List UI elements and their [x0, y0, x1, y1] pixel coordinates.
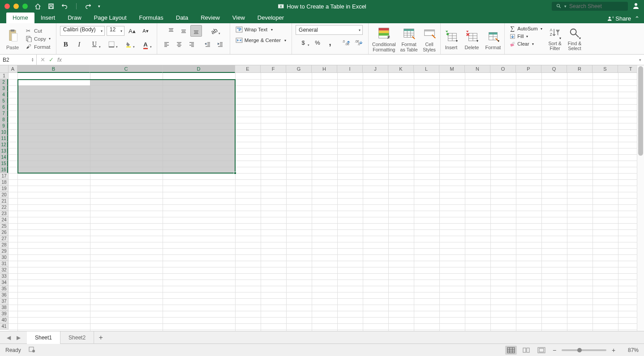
maximize-window-button[interactable]	[22, 4, 28, 9]
decrease-indent-button[interactable]	[202, 38, 214, 50]
column-header-b[interactable]: B	[17, 65, 90, 73]
name-box-dropdown-icon[interactable]: ▴▾	[32, 58, 34, 62]
align-left-button[interactable]	[161, 38, 172, 50]
page-layout-view-button[interactable]	[520, 346, 532, 355]
tab-data[interactable]: Data	[170, 13, 194, 23]
row-header-31[interactable]: 31	[0, 261, 8, 267]
fx-icon[interactable]: fx	[57, 55, 65, 65]
row-header-7[interactable]: 7	[0, 110, 8, 117]
conditional-formatting-button[interactable]: ≠ Conditional Formatting	[372, 25, 396, 52]
borders-button[interactable]: ▾	[104, 38, 119, 50]
sheet-tab-sheet2[interactable]: Sheet2	[60, 331, 94, 344]
row-header-23[interactable]: 23	[0, 211, 8, 217]
sort-filter-button[interactable]: AZ▾ Sort & Filter	[548, 25, 562, 52]
row-header-8[interactable]: 8	[0, 117, 8, 123]
column-header-f[interactable]: F	[261, 65, 286, 73]
tab-home[interactable]: Home	[6, 13, 34, 23]
row-header-36[interactable]: 36	[0, 292, 8, 298]
column-header-s[interactable]: S	[592, 65, 618, 73]
search-sheet-box[interactable]: ▾	[552, 2, 628, 11]
column-header-c[interactable]: C	[90, 65, 163, 73]
tab-developer[interactable]: Developer	[251, 13, 290, 23]
row-header-17[interactable]: 17	[0, 173, 8, 179]
row-header-15[interactable]: 15	[0, 161, 8, 167]
row-header-34[interactable]: 34	[0, 280, 8, 286]
tab-insert[interactable]: Insert	[34, 13, 62, 23]
decrease-font-button[interactable]: A▾	[140, 25, 151, 37]
row-header-22[interactable]: 22	[0, 204, 8, 211]
tab-view[interactable]: View	[226, 13, 251, 23]
delete-cells-button[interactable]: ▾ Delete	[465, 28, 479, 50]
zoom-slider[interactable]	[562, 349, 606, 351]
autosum-button[interactable]: ∑AutoSum▾	[508, 25, 543, 32]
cell-styles-button[interactable]: Cell Styles	[422, 25, 437, 52]
row-header-26[interactable]: 26	[0, 229, 8, 236]
home-icon[interactable]	[34, 3, 41, 10]
row-header-33[interactable]: 33	[0, 273, 8, 280]
decrease-decimal-button[interactable]: .00.0	[353, 37, 365, 48]
select-all-corner[interactable]	[0, 65, 9, 73]
increase-font-button[interactable]: A▴	[126, 25, 138, 37]
zoom-percentage[interactable]: 87%	[621, 347, 639, 353]
undo-icon[interactable]	[61, 3, 68, 10]
row-header-14[interactable]: 14	[0, 154, 8, 161]
increase-decimal-button[interactable]: .0.00	[340, 37, 352, 48]
row-header-11[interactable]: 11	[0, 136, 8, 142]
row-header-12[interactable]: 12	[0, 142, 8, 148]
orientation-button[interactable]: ab▾	[206, 25, 222, 37]
zoom-slider-thumb[interactable]	[577, 348, 582, 352]
save-icon[interactable]	[47, 3, 55, 10]
row-header-29[interactable]: 29	[0, 248, 8, 254]
expand-formula-bar-icon[interactable]: ▾	[636, 55, 644, 65]
merge-center-button[interactable]: Merge & Center ▾	[234, 36, 288, 45]
italic-button[interactable]: I	[73, 38, 85, 50]
wrap-text-button[interactable]: Wrap Text ▾	[234, 25, 275, 34]
close-window-button[interactable]	[4, 4, 10, 9]
search-input[interactable]	[569, 3, 623, 9]
qat-customize-icon[interactable]: ▾	[98, 4, 100, 8]
macro-record-icon[interactable]	[28, 346, 35, 354]
row-header-13[interactable]: 13	[0, 148, 8, 154]
next-sheet-button[interactable]: ▶	[14, 334, 22, 342]
row-header-2[interactable]: 2	[0, 79, 8, 85]
row-header-19[interactable]: 19	[0, 186, 8, 192]
accept-formula-button[interactable]: ✓	[49, 56, 54, 63]
cells-area[interactable]	[9, 73, 644, 331]
row-header-5[interactable]: 5	[0, 98, 8, 104]
page-break-view-button[interactable]	[536, 346, 547, 355]
bold-button[interactable]: B	[60, 38, 72, 50]
font-size-select[interactable]: 12▾	[107, 26, 125, 36]
underline-button[interactable]: U▾	[87, 38, 102, 50]
row-header-3[interactable]: 3	[0, 85, 8, 92]
column-header-d[interactable]: D	[163, 65, 235, 73]
fill-handle[interactable]	[234, 172, 236, 174]
vertical-scrollbar[interactable]	[637, 65, 644, 331]
row-header-1[interactable]: 1	[0, 73, 8, 79]
percent-button[interactable]: %	[312, 37, 323, 48]
collapse-ribbon-icon[interactable]: ⌃	[635, 15, 640, 22]
share-button[interactable]: + Share	[607, 15, 631, 22]
active-cell[interactable]	[17, 79, 90, 85]
column-header-r[interactable]: R	[567, 65, 592, 73]
row-header-9[interactable]: 9	[0, 123, 8, 129]
clear-button[interactable]: Clear▾	[508, 40, 543, 47]
add-sheet-button[interactable]: +	[94, 334, 107, 342]
prev-sheet-button[interactable]: ◀	[4, 334, 13, 342]
format-painter-button[interactable]: 🖌Format	[24, 43, 52, 51]
sheet-tab-sheet1[interactable]: Sheet1	[27, 331, 60, 344]
row-header-4[interactable]: 4	[0, 92, 8, 98]
zoom-in-button[interactable]: +	[610, 347, 617, 354]
currency-button[interactable]: $▾	[296, 37, 311, 48]
minimize-window-button[interactable]	[13, 4, 19, 9]
column-header-o[interactable]: O	[490, 65, 516, 73]
column-header-i[interactable]: I	[337, 65, 363, 73]
copy-button[interactable]: Copy▾	[24, 35, 52, 42]
column-header-n[interactable]: N	[465, 65, 490, 73]
column-header-e[interactable]: E	[235, 65, 261, 73]
tab-draw[interactable]: Draw	[61, 13, 87, 23]
tab-review[interactable]: Review	[194, 13, 226, 23]
format-as-table-button[interactable]: Format as Table	[400, 25, 418, 52]
fill-button[interactable]: Fill▾	[508, 33, 543, 40]
column-header-h[interactable]: H	[312, 65, 337, 73]
row-header-25[interactable]: 25	[0, 223, 8, 229]
